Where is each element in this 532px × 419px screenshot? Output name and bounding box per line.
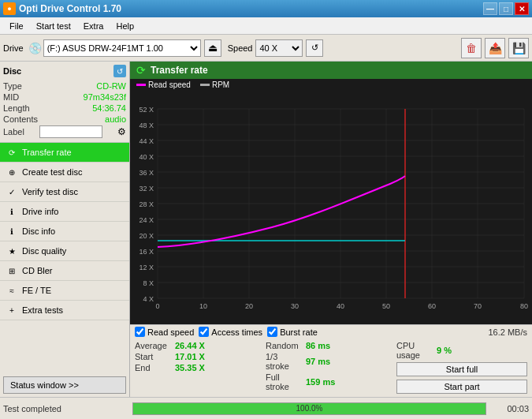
svg-text:48 X: 48 X <box>139 122 154 129</box>
refresh-button[interactable]: ↺ <box>306 39 323 57</box>
access-times-checkbox[interactable]: Access times <box>199 327 262 337</box>
nav-create-test-disc[interactable]: ⊕ Create test disc <box>0 163 129 182</box>
stroke-full-label: Full stroke <box>266 372 301 391</box>
svg-text:12 X: 12 X <box>139 264 154 271</box>
type-value: CD-RW <box>96 81 126 91</box>
progress-text: 100.0% <box>133 404 485 413</box>
nav-disc-quality[interactable]: ★ Disc quality <box>0 241 129 261</box>
menu-file[interactable]: File <box>3 20 30 32</box>
menu-help[interactable]: Help <box>110 20 140 32</box>
stats-bar: Read speed Access times Burst rate 16.2 … <box>130 324 532 339</box>
clear-button[interactable]: 🗑 <box>461 38 482 58</box>
label-gear-icon[interactable]: ⚙ <box>117 126 126 137</box>
title-bar: ● Opti Drive Control 1.70 — □ ✕ <box>0 0 532 17</box>
transfer-rate-icon: ⟳ <box>6 147 17 158</box>
disc-info-icon: ℹ <box>6 226 17 237</box>
nav-extra-tests-label: Extra tests <box>22 305 63 315</box>
disc-refresh-button[interactable]: ↺ <box>113 65 126 77</box>
avg-value: 26.44 X <box>175 341 214 350</box>
rpm-color <box>200 84 210 86</box>
legend-read-speed: Read speed <box>148 80 191 89</box>
close-button[interactable]: ✕ <box>515 2 529 15</box>
svg-text:20 X: 20 X <box>139 232 154 240</box>
create-disc-icon: ⊕ <box>6 166 17 178</box>
minimize-button[interactable]: — <box>483 2 497 15</box>
results-col-1: Average 26.44 X Start 17.01 X End 35.35 … <box>135 341 266 395</box>
read-speed-checkbox[interactable]: Read speed <box>135 327 194 337</box>
menu-extra[interactable]: Extra <box>77 20 110 32</box>
chart-area: 52 X 48 X 44 X 40 X 36 X 32 X 28 X 24 X … <box>130 91 532 324</box>
svg-text:10: 10 <box>199 302 207 310</box>
status-window-button[interactable]: Status window >> <box>3 376 126 394</box>
results-col-2: Random 86 ms 1/3 stroke 97 ms Full strok… <box>266 341 396 395</box>
results-area: Average 26.44 X Start 17.01 X End 35.35 … <box>130 339 532 397</box>
fe-te-icon: ≈ <box>6 285 17 296</box>
nav-drive-info[interactable]: ℹ Drive info <box>0 202 129 222</box>
svg-text:16 X: 16 X <box>139 248 154 256</box>
nav-extra-tests[interactable]: + Extra tests <box>0 301 129 320</box>
svg-text:30: 30 <box>291 302 299 310</box>
mid-label: MID <box>3 92 19 102</box>
nav-verify-test-disc[interactable]: ✓ Verify test disc <box>0 182 129 202</box>
stroke1-label: 1/3 stroke <box>266 352 301 371</box>
nav-cd-bler[interactable]: ⊞ CD Bler <box>0 261 129 281</box>
disc-section: Disc ↺ Type CD-RW MID 97m34s23f Length 5… <box>0 62 129 143</box>
burst-rate-checkbox[interactable]: Burst rate <box>267 327 318 337</box>
chart-header: ⟳ Transfer rate <box>130 62 532 79</box>
nav-fe-te-label: FE / TE <box>22 286 51 295</box>
contents-label: Contents <box>3 114 38 124</box>
menu-bar: File Start test Extra Help <box>0 17 532 35</box>
nav-disc-info-label: Disc info <box>22 226 55 236</box>
eject-button[interactable]: ⏏ <box>204 39 221 57</box>
end-value: 35.35 X <box>175 363 214 372</box>
stroke-full-value: 159 ms <box>306 377 345 387</box>
speed-label: Speed <box>228 43 253 53</box>
nav-disc-info[interactable]: ℹ Disc info <box>0 222 129 241</box>
nav-drive-info-label: Drive info <box>22 207 58 216</box>
svg-text:32 X: 32 X <box>139 185 154 193</box>
disc-title: Disc <box>3 66 21 76</box>
start-full-button[interactable]: Start full <box>396 362 527 376</box>
nav-verify-disc-label: Verify test disc <box>22 187 78 196</box>
svg-text:50: 50 <box>382 302 390 310</box>
svg-text:60: 60 <box>428 302 436 310</box>
chart-icon: ⟳ <box>136 64 146 77</box>
app-title: Opti Drive Control 1.70 <box>19 3 121 14</box>
nav-transfer-rate[interactable]: ⟳ Transfer rate <box>0 143 129 163</box>
drive-select[interactable]: (F:) ASUS DRW-24F1MT 1.00 <box>43 39 201 57</box>
verify-disc-icon: ✓ <box>6 186 17 197</box>
svg-text:20: 20 <box>245 302 253 310</box>
menu-start-test[interactable]: Start test <box>30 20 77 32</box>
stroke1-value: 97 ms <box>306 357 345 366</box>
label-input[interactable] <box>39 125 102 138</box>
cpu-value: 9 % <box>437 346 476 355</box>
status-bar: Test completed 100.0% 00:03 <box>0 397 532 419</box>
nav-fe-te[interactable]: ≈ FE / TE <box>0 281 129 301</box>
length-value: 54:36.74 <box>92 103 126 113</box>
start-part-button[interactable]: Start part <box>396 380 527 394</box>
svg-text:8 X: 8 X <box>143 279 154 287</box>
svg-text:40: 40 <box>337 302 344 310</box>
disc-quality-icon: ★ <box>6 245 17 256</box>
speed-select[interactable]: 40 X <box>255 39 303 57</box>
share-button[interactable]: 📤 <box>485 38 505 58</box>
svg-text:28 X: 28 X <box>139 200 154 208</box>
elapsed-time: 00:03 <box>489 404 529 413</box>
sidebar: Disc ↺ Type CD-RW MID 97m34s23f Length 5… <box>0 62 130 397</box>
mid-value: 97m34s23f <box>84 92 126 102</box>
nav-disc-quality-label: Disc quality <box>22 246 66 256</box>
maximize-button[interactable]: □ <box>499 2 513 15</box>
svg-text:70: 70 <box>474 302 482 310</box>
results-col-3: CPU usage 9 % Start full Start part <box>396 341 527 395</box>
svg-text:24 X: 24 X <box>139 216 154 224</box>
type-label: Type <box>3 81 22 91</box>
toolbar: Drive 💿 (F:) ASUS DRW-24F1MT 1.00 ⏏ Spee… <box>0 35 532 62</box>
svg-text:52 X: 52 X <box>139 106 154 114</box>
random-label: Random <box>266 341 301 350</box>
start-value: 17.01 X <box>175 352 214 361</box>
save-button[interactable]: 💾 <box>508 38 529 58</box>
nav-create-disc-label: Create test disc <box>22 167 82 177</box>
burst-rate-value: 16.2 MB/s <box>488 327 527 337</box>
extra-tests-icon: + <box>6 305 17 316</box>
start-label: Start <box>135 352 170 361</box>
